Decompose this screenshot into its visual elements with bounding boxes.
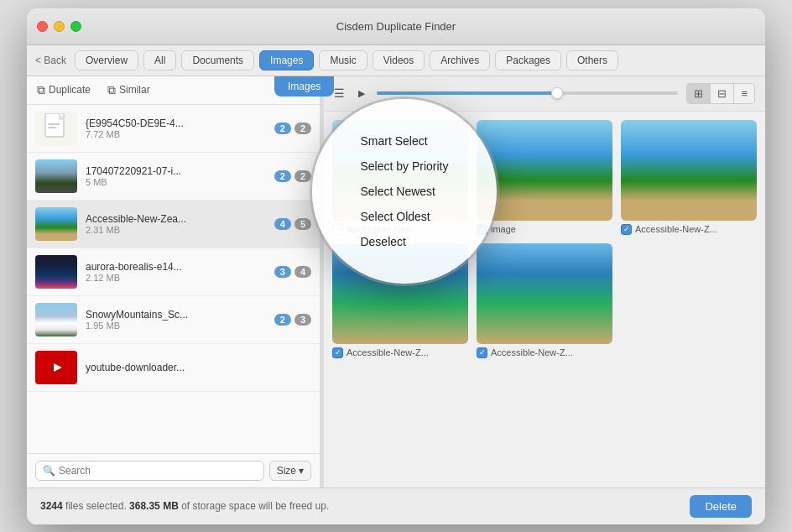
minimize-button[interactable] <box>54 21 65 32</box>
image-checkbox[interactable]: ✓ <box>332 347 343 358</box>
svg-rect-2 <box>48 127 56 128</box>
menu-item-deselect[interactable]: Deselect <box>343 230 465 253</box>
grid-item: ✓ image <box>477 120 612 235</box>
item-size: 7.72 MB <box>86 129 266 139</box>
list-item[interactable]: {E9954C50-DE9E-4... 7.72 MB 2 2 <box>27 105 320 153</box>
tab-others[interactable]: Others <box>566 50 618 70</box>
badge-count: 3 <box>274 266 291 278</box>
image-label: ✓ Accessible-New-Z... <box>332 347 468 358</box>
svg-rect-1 <box>48 123 60 125</box>
badge-count: 2 <box>274 170 291 182</box>
badge-total: 3 <box>294 314 311 326</box>
tab-duplicate[interactable]: ⧉ Duplicate <box>37 83 91 97</box>
zoom-slider[interactable] <box>377 91 678 95</box>
maximize-button[interactable] <box>70 21 81 32</box>
image-filename: Accessible-New-Z... <box>346 347 429 357</box>
tab-images[interactable]: Images <box>259 50 314 70</box>
list-item[interactable]: aurora-borealis-e14... 2.12 MB 3 4 <box>27 248 320 296</box>
item-thumbnail <box>35 112 77 145</box>
item-badges: 3 4 <box>274 266 311 278</box>
menu-item-select-newest[interactable]: Select Newest <box>343 180 465 203</box>
search-icon: 🔍 <box>43 465 55 477</box>
item-name: aurora-borealis-e14... <box>86 261 266 273</box>
chevron-down-icon: ▾ <box>299 465 304 477</box>
item-size: 2.31 MB <box>86 225 266 235</box>
image-label: ✓ image <box>477 224 612 235</box>
grid-item: ✓ Accessible-New-Z... <box>477 243 612 358</box>
item-thumbnail <box>35 207 77 241</box>
tab-documents[interactable]: Documents <box>181 50 254 70</box>
dropdown-popup: Smart Select Select by Priority Select N… <box>312 99 497 284</box>
item-size: 2.12 MB <box>86 273 266 283</box>
size-dropdown[interactable]: Size ▾ <box>269 461 311 481</box>
item-info: youtube-downloader... <box>86 362 303 373</box>
item-name: SnowyMountains_Sc... <box>86 309 266 321</box>
view-grid-medium[interactable]: ⊟ <box>711 84 734 103</box>
close-button[interactable] <box>37 21 48 32</box>
item-badges: 4 5 <box>274 218 311 230</box>
list-item[interactable]: youtube-downloader... <box>27 344 320 392</box>
similar-icon: ⧉ <box>107 83 116 97</box>
back-button[interactable]: < Back <box>35 55 66 66</box>
active-tab-tooltip: Images <box>274 76 334 96</box>
file-list: {E9954C50-DE9E-4... 7.72 MB 2 2 17040722… <box>27 105 320 453</box>
titlebar: Cisdem Duplicate Finder <box>27 8 765 45</box>
menu-item-smart-select[interactable]: Smart Select <box>343 129 465 153</box>
grid-item: ✓ Accessible-New-Z... <box>621 120 757 235</box>
menu-item-select-oldest[interactable]: Select Oldest <box>343 205 465 228</box>
badge-total: 2 <box>294 123 311 134</box>
status-text: 3244 files selected. 368.35 MB of storag… <box>40 500 329 512</box>
item-badges: 2 2 <box>274 123 311 134</box>
magnifier-circle: Smart Select Select by Priority Select N… <box>312 99 497 284</box>
tab-archives[interactable]: Archives <box>430 50 490 70</box>
delete-button[interactable]: Delete <box>690 495 752 518</box>
slider-thumb[interactable] <box>551 87 563 99</box>
item-thumbnail <box>35 303 77 336</box>
tab-videos[interactable]: Videos <box>373 50 425 70</box>
list-item[interactable]: SnowyMountains_Sc... 1.95 MB 2 3 <box>27 296 320 344</box>
view-toggle: ⊞ ⊟ ≡ <box>686 83 755 104</box>
storage-size: 368.35 MB <box>129 500 179 512</box>
item-info: 170407220921-07-i... 5 MB <box>86 165 266 187</box>
tab-music[interactable]: Music <box>319 50 367 70</box>
list-item[interactable]: Accessible-New-Zea... 2.31 MB 4 5 <box>27 201 320 248</box>
item-name: Accessible-New-Zea... <box>86 213 266 225</box>
status-count-label: files selected. <box>65 500 129 512</box>
search-input[interactable] <box>59 465 257 477</box>
grid-image <box>477 243 612 344</box>
item-name: {E9954C50-DE9E-4... <box>86 117 266 129</box>
menu-item-select-by-priority[interactable]: Select by Priority <box>343 154 465 178</box>
similar-label: Similar <box>119 84 150 96</box>
cursor-icon: ▶ <box>358 88 365 99</box>
item-name: 170407220921-07-i... <box>86 165 266 177</box>
image-checkbox[interactable]: ✓ <box>477 347 487 358</box>
status-size-label: of storage space will be freed up. <box>181 500 329 512</box>
sidebar-search-bar: 🔍 Size ▾ <box>27 453 320 488</box>
duplicate-icon: ⧉ <box>37 83 45 97</box>
item-thumbnail <box>35 159 77 193</box>
tab-similar[interactable]: ⧉ Similar <box>107 83 150 97</box>
tab-bar: < Back Overview All Documents Images Mus… <box>27 45 765 76</box>
item-name: youtube-downloader... <box>86 362 303 373</box>
badge-count: 2 <box>274 314 291 326</box>
app-window: Cisdem Duplicate Finder < Back Overview … <box>27 8 765 524</box>
view-grid-large[interactable]: ⊞ <box>687 84 711 103</box>
tab-packages[interactable]: Packages <box>495 50 561 70</box>
window-title: Cisdem Duplicate Finder <box>336 20 456 33</box>
status-bar: 3244 files selected. 368.35 MB of storag… <box>27 488 765 524</box>
grid-image <box>621 120 757 221</box>
sidebar: ⧉ Duplicate ⧉ Similar {E9954C50-DE9E-4..… <box>27 76 320 488</box>
image-label: ✓ Accessible-New-Z... <box>477 347 612 358</box>
duplicate-label: Duplicate <box>49 84 91 96</box>
item-badges: 2 3 <box>274 314 311 326</box>
image-checkbox[interactable]: ✓ <box>621 224 632 235</box>
badge-total: 2 <box>294 170 311 182</box>
file-count: 3244 <box>40 500 63 512</box>
badge-total: 5 <box>294 218 311 230</box>
tab-all[interactable]: All <box>143 50 176 70</box>
view-list[interactable]: ≡ <box>734 84 754 103</box>
item-info: SnowyMountains_Sc... 1.95 MB <box>86 309 266 331</box>
list-item[interactable]: 170407220921-07-i... 5 MB 2 2 <box>27 153 320 201</box>
badge-count: 2 <box>274 123 291 134</box>
tab-overview[interactable]: Overview <box>75 50 138 70</box>
